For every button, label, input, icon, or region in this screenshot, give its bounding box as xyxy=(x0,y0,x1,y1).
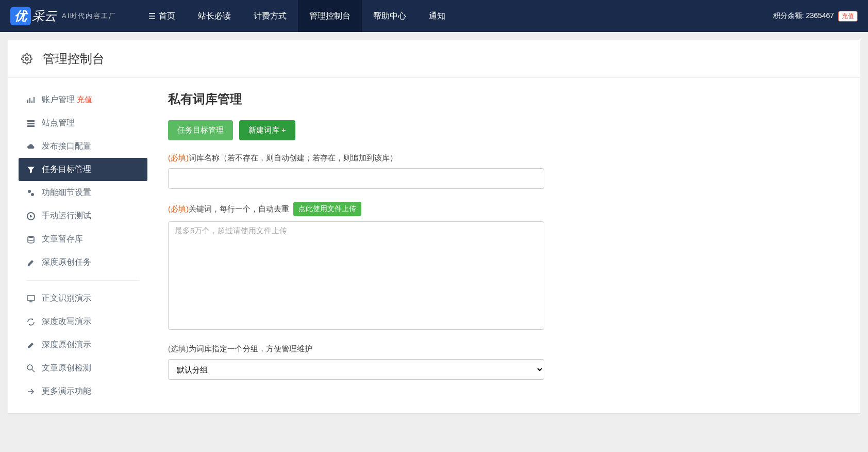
logo-text: 采云 xyxy=(32,8,57,24)
sidebar-item-rewrite-demo[interactable]: 深度改写演示 xyxy=(19,310,147,333)
main-content: 私有词库管理 任务目标管理 新建词库 + (必填)词库名称（若不存在，则自动创建… xyxy=(147,78,860,413)
keywords-textarea[interactable] xyxy=(168,221,544,330)
logo-badge: 优 xyxy=(10,7,31,25)
list-icon: ☰ xyxy=(148,11,156,21)
thesaurus-name-label: (必填)词库名称（若不存在，则自动创建；若存在，则追加到该库） xyxy=(168,153,839,163)
recharge-tag: 充值 xyxy=(77,95,92,105)
cloud-icon xyxy=(26,142,36,151)
refresh-icon xyxy=(26,318,36,326)
sidebar-item-task-target[interactable]: 任务目标管理 xyxy=(19,158,147,181)
svg-rect-7 xyxy=(27,125,35,127)
nav-console[interactable]: 管理控制台 xyxy=(298,0,362,32)
sidebar-item-more-demos[interactable]: 更多演示功能 xyxy=(19,380,147,403)
svg-point-11 xyxy=(28,236,34,238)
sidebar-item-publish[interactable]: 发布接口配置 xyxy=(19,135,147,158)
logo-subtitle: AI时代内容工厂 xyxy=(62,11,116,21)
svg-rect-5 xyxy=(27,120,35,122)
task-target-manage-button[interactable]: 任务目标管理 xyxy=(168,120,233,140)
sidebar-item-manual-run[interactable]: 手动运行测试 xyxy=(19,204,147,228)
sidebar-divider xyxy=(26,280,140,281)
group-select[interactable]: 默认分组 xyxy=(168,359,544,380)
svg-rect-1 xyxy=(27,100,28,103)
svg-point-13 xyxy=(27,365,32,370)
play-icon xyxy=(26,212,36,220)
sidebar-item-account[interactable]: 账户管理 充值 xyxy=(19,88,147,111)
logo[interactable]: 优 采云 AI时代内容工厂 xyxy=(10,7,116,25)
svg-rect-3 xyxy=(31,101,32,103)
svg-rect-6 xyxy=(27,123,35,124)
cogs-icon xyxy=(26,189,36,197)
main-panel: 管理控制台 账户管理 充值 站点管理 发布接口配置 xyxy=(8,40,860,414)
panel-title: 管理控制台 xyxy=(43,51,105,67)
sidebar: 账户管理 充值 站点管理 发布接口配置 任务目标管理 功能细节设置 xyxy=(8,78,147,413)
thesaurus-name-input[interactable] xyxy=(168,168,544,189)
bars-icon xyxy=(26,96,36,104)
grid-icon xyxy=(26,119,36,127)
file-upload-button[interactable]: 点此使用文件上传 xyxy=(293,202,361,216)
sidebar-item-plagiarism-check[interactable]: 文章原创检测 xyxy=(19,357,147,380)
recharge-button[interactable]: 充值 xyxy=(838,11,858,22)
new-thesaurus-button[interactable]: 新建词库 + xyxy=(239,120,295,140)
main-title: 私有词库管理 xyxy=(168,91,839,107)
panel-header: 管理控制台 xyxy=(8,40,860,78)
svg-point-8 xyxy=(28,190,31,193)
sidebar-item-site[interactable]: 站点管理 xyxy=(19,111,147,135)
sidebar-item-text-recognition[interactable]: 正文识别演示 xyxy=(19,287,147,310)
svg-rect-4 xyxy=(34,97,35,103)
nav-billing[interactable]: 计费方式 xyxy=(242,0,298,32)
svg-rect-2 xyxy=(29,98,30,103)
search-icon xyxy=(26,364,36,373)
monitor-icon xyxy=(26,295,36,303)
database-icon xyxy=(26,235,36,244)
group-label: (选填)为词库指定一个分组，方便管理维护 xyxy=(168,344,839,354)
share-icon xyxy=(26,388,36,396)
keywords-label-row: (必填)关键词，每行一个，自动去重 点此使用文件上传 xyxy=(168,202,839,216)
sidebar-item-storage[interactable]: 文章暂存库 xyxy=(19,228,147,251)
edit-icon xyxy=(26,341,36,349)
svg-rect-12 xyxy=(27,296,35,300)
nav-home[interactable]: ☰首页 xyxy=(137,0,187,32)
gear-icon xyxy=(21,53,32,64)
button-row: 任务目标管理 新建词库 + xyxy=(168,120,839,140)
credits-display: 积分余额: 2365467 xyxy=(773,11,834,21)
sidebar-item-deep-original-task[interactable]: 深度原创任务 xyxy=(19,251,147,274)
filter-icon xyxy=(26,166,36,174)
svg-point-9 xyxy=(31,193,34,196)
svg-point-0 xyxy=(25,57,28,60)
nav-links: ☰首页 站长必读 计费方式 管理控制台 帮助中心 通知 xyxy=(137,0,457,32)
sidebar-item-original-demo[interactable]: 深度原创演示 xyxy=(19,333,147,357)
edit-icon xyxy=(26,259,36,267)
keywords-label: (必填)关键词，每行一个，自动去重 xyxy=(168,204,289,214)
top-nav: 优 采云 AI时代内容工厂 ☰首页 站长必读 计费方式 管理控制台 帮助中心 通… xyxy=(0,0,868,32)
nav-webmaster[interactable]: 站长必读 xyxy=(187,0,242,32)
sidebar-item-settings[interactable]: 功能细节设置 xyxy=(19,181,147,204)
nav-help[interactable]: 帮助中心 xyxy=(362,0,418,32)
nav-notifications[interactable]: 通知 xyxy=(418,0,457,32)
